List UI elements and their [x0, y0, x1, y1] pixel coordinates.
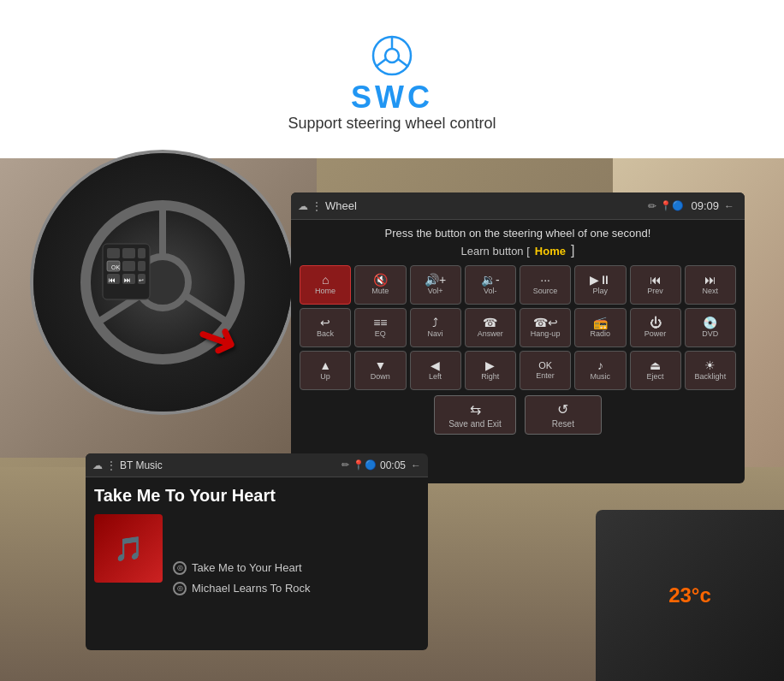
- mute-icon: 🔇: [373, 274, 388, 286]
- vol-down-icon: 🔉-: [481, 274, 500, 286]
- swc-btn-vol-up[interactable]: 🔊+ Vol+: [410, 265, 461, 305]
- swc-control-panel: ☁ ⋮ Wheel ✏ 📍🔵 09:09 ← Press the button …: [291, 192, 745, 483]
- left-label: Left: [429, 373, 442, 382]
- swc-btn-prev[interactable]: ⏮ Prev: [630, 265, 681, 305]
- reset-label: Reset: [552, 419, 574, 429]
- swc-subtitle: Support steering wheel control: [288, 115, 496, 133]
- svg-text:OK: OK: [111, 264, 120, 270]
- backlight-icon: ☀: [704, 359, 716, 371]
- steering-wheel-image: OK ⏮ ⏭ ↩: [30, 150, 295, 415]
- svg-rect-17: [138, 261, 146, 271]
- swc-btn-left[interactable]: ◀ Left: [410, 351, 461, 390]
- swc-btn-eq[interactable]: ≡≡ EQ: [354, 308, 406, 347]
- swc-btn-back[interactable]: ↩ Back: [300, 308, 351, 347]
- track-details: ◎ Take Me to Your Heart ◎ Michael Learns…: [173, 514, 311, 642]
- bt-cloud-icon: ☁: [92, 459, 103, 471]
- swc-btn-navi[interactable]: ⤴ Navi: [410, 308, 461, 347]
- swc-btn-music[interactable]: ♪ Music: [574, 351, 626, 390]
- swc-btn-eject[interactable]: ⏏ Eject: [630, 351, 681, 390]
- right-label: Right: [481, 373, 499, 382]
- bt-edit-icon: ✏: [342, 459, 349, 471]
- swc-btn-hangup[interactable]: ☎↩ Hang-up: [520, 308, 571, 347]
- radio-label: Radio: [591, 330, 611, 339]
- svg-rect-16: [122, 261, 135, 271]
- swc-btn-enter[interactable]: OK Enter: [520, 351, 571, 390]
- power-label: Power: [644, 330, 667, 339]
- hangup-icon: ☎↩: [533, 317, 558, 329]
- left-icon: ◀: [431, 359, 440, 371]
- music-info: 🎵 ◎ Take Me to Your Heart ◎ Michael Lear…: [94, 514, 419, 642]
- swc-btn-backlight[interactable]: ☀ Backlight: [685, 351, 736, 390]
- back-label: Back: [317, 330, 334, 339]
- bt-time: 00:05: [380, 459, 406, 471]
- swc-btn-next[interactable]: ⏭ Next: [685, 265, 736, 305]
- panel-edit-icon: ✏: [648, 200, 656, 212]
- prev-label: Prev: [647, 287, 663, 296]
- learn-bracket: ]: [571, 243, 574, 258]
- vol-down-label: Vol-: [484, 287, 497, 296]
- svg-rect-11: [107, 248, 120, 258]
- source-label: Source: [533, 287, 558, 296]
- svg-line-4: [398, 59, 408, 67]
- reset-icon: ↺: [557, 401, 568, 417]
- track-name-row: ◎ Take Me to Your Heart: [173, 561, 311, 575]
- hangup-label: Hang-up: [531, 330, 561, 339]
- radio-icon: 📻: [593, 317, 608, 329]
- swc-btn-power[interactable]: ⏻ Power: [630, 308, 681, 347]
- bt-status-icons: 📍🔵: [353, 459, 377, 471]
- album-art: 🎵: [94, 514, 163, 583]
- swc-btn-mute[interactable]: 🔇 Mute: [354, 265, 406, 305]
- learn-value: Home: [535, 245, 566, 258]
- bt-back-icon: ←: [411, 459, 421, 471]
- panel-title: Wheel: [325, 199, 648, 212]
- swc-panel-header: ☁ ⋮ Wheel ✏ 📍🔵 09:09 ←: [291, 192, 745, 220]
- dashboard-display: 23°c: [596, 510, 784, 681]
- up-label: Up: [320, 373, 330, 382]
- steering-inner: OK ⏮ ⏭ ↩: [33, 153, 292, 412]
- swc-button-grid: ⌂ Home 🔇 Mute 🔊+ Vol+ 🔉- Vol- ··· Source…: [300, 265, 736, 390]
- answer-label: Answer: [478, 330, 503, 339]
- eject-label: Eject: [647, 373, 664, 382]
- swc-btn-source[interactable]: ··· Source: [520, 265, 571, 305]
- music-icon: ♪: [597, 359, 603, 371]
- play-icon: ▶⏸: [590, 274, 611, 286]
- bt-menu-icon: ⋮: [106, 459, 116, 471]
- svg-rect-13: [138, 248, 146, 258]
- swc-btn-down[interactable]: ▼ Down: [354, 351, 406, 390]
- swc-btn-right[interactable]: ▶ Right: [465, 351, 516, 390]
- swc-btn-home[interactable]: ⌂ Home: [300, 265, 351, 305]
- swc-btn-dvd[interactable]: 💿 DVD: [685, 308, 736, 347]
- answer-icon: ☎: [483, 317, 497, 329]
- home-icon: ⌂: [322, 274, 329, 286]
- svg-text:⏭: ⏭: [124, 276, 131, 284]
- vol-up-label: Vol+: [428, 287, 443, 296]
- swc-btn-radio[interactable]: 📻 Radio: [574, 308, 626, 347]
- down-icon: ▼: [374, 359, 386, 371]
- svg-text:⏮: ⏮: [109, 276, 116, 284]
- svg-rect-12: [122, 248, 135, 258]
- bt-panel-header: ☁ ⋮ BT Music ✏ 📍🔵 00:05 ←: [86, 453, 428, 477]
- swc-btn-vol-down[interactable]: 🔉- Vol-: [465, 265, 516, 305]
- track-artist-row: ◎ Michael Learns To Rock: [173, 582, 311, 595]
- swc-btn-play[interactable]: ▶⏸ Play: [574, 265, 626, 305]
- swc-brand-title: SWC: [351, 80, 433, 115]
- swc-btn-up[interactable]: ▲ Up: [300, 351, 351, 390]
- bt-music-panel: ☁ ⋮ BT Music ✏ 📍🔵 00:05 ← Take Me To You…: [86, 453, 428, 650]
- navi-label: Navi: [428, 330, 443, 339]
- bt-panel-body: Take Me To Your Heart 🎵 ◎ Take Me to You…: [86, 477, 428, 650]
- swc-btn-answer[interactable]: ☎ Answer: [465, 308, 516, 347]
- album-art-icon: 🎵: [114, 535, 144, 563]
- next-icon: ⏭: [704, 274, 716, 286]
- mute-label: Mute: [371, 287, 389, 296]
- reset-button[interactable]: ↺ Reset: [525, 395, 602, 435]
- save-exit-label: Save and Exit: [448, 419, 502, 429]
- save-exit-button[interactable]: ⇆ Save and Exit: [434, 395, 516, 435]
- bottom-action-row: ⇆ Save and Exit ↺ Reset: [300, 395, 736, 435]
- track-name-text: Take Me to Your Heart: [192, 561, 302, 574]
- track-artist-text: Michael Learns To Rock: [192, 582, 311, 595]
- bt-title: BT Music: [120, 459, 342, 471]
- next-label: Next: [703, 287, 719, 296]
- save-exit-icon: ⇆: [470, 401, 481, 417]
- panel-location-icon: 📍🔵: [660, 200, 684, 211]
- learn-label: Learn button [: [461, 245, 530, 258]
